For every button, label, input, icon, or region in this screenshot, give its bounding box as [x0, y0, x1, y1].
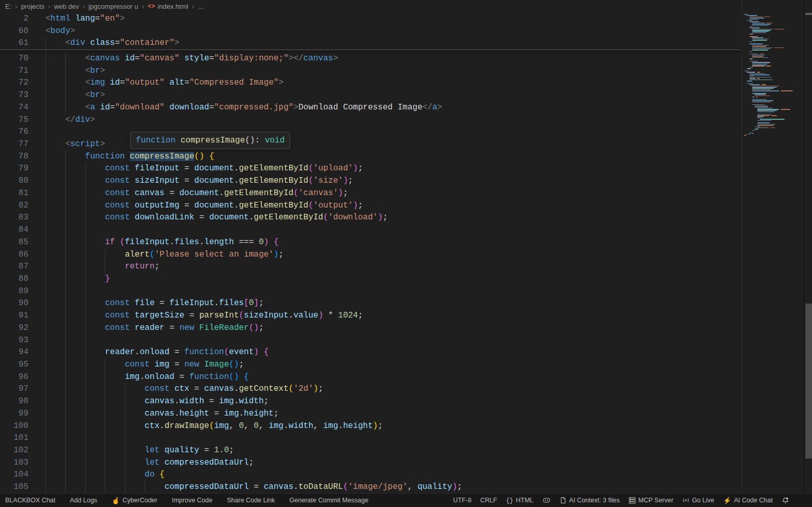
code-line-71[interactable]: 71 <br> [0, 65, 741, 77]
line-number[interactable]: 71 [0, 65, 28, 77]
line-number[interactable]: 101 [0, 432, 28, 445]
breadcrumb-item-e-[interactable]: E: [5, 3, 11, 10]
code-line-73[interactable]: 73 <br> [0, 89, 741, 102]
statusbar-item-notifications[interactable] [782, 497, 789, 504]
code-line-99[interactable]: 99 canvas.height = img.height; [0, 408, 741, 420]
line-number[interactable]: 84 [0, 224, 28, 236]
line-number[interactable]: 95 [0, 359, 28, 371]
line-number[interactable]: 80 [0, 175, 28, 187]
code-line-91[interactable]: 91 const targetSize = parseInt(sizeInput… [0, 310, 741, 322]
line-number[interactable]: 99 [0, 408, 28, 420]
code-line-87[interactable]: 87 return; [0, 261, 741, 273]
breadcrumb-item-projects[interactable]: projects [21, 3, 45, 10]
vertical-scrollbar[interactable] [804, 0, 812, 493]
code-line-92[interactable]: 92 const reader = new FileReader(); [0, 322, 741, 335]
statusbar-item-share-code-link[interactable]: Share Code Link [227, 497, 275, 504]
statusbar-item-eol[interactable]: CRLF [480, 497, 497, 504]
line-number[interactable]: 92 [0, 322, 28, 335]
statusbar-item-go-live[interactable]: Go Live [682, 497, 714, 504]
statusbar-item-generate-commit-message[interactable]: Generate Commit Message [289, 497, 368, 504]
code-line-81[interactable]: 81 const canvas = document.getElementByI… [0, 187, 741, 200]
line-number[interactable]: 77 [0, 138, 28, 151]
breadcrumb-item-web-dev[interactable]: web dev [54, 3, 79, 10]
code-line-77[interactable]: 77 <script> [0, 138, 741, 151]
code-line-97[interactable]: 97 const ctx = canvas.getContext('2d'); [0, 383, 741, 395]
line-number[interactable]: 75 [0, 114, 28, 126]
code-line-84[interactable]: 84 [0, 224, 741, 236]
statusbar-item-improve-code[interactable]: Improve Code [172, 497, 213, 504]
line-number[interactable]: 98 [0, 395, 28, 408]
code-line-104[interactable]: 104 do { [0, 469, 741, 481]
code-line-74[interactable]: 74 <a id="download" download="compressed… [0, 102, 741, 114]
statusbar-item-language-mode[interactable]: {}HTML [506, 497, 533, 504]
statusbar-item-blackbox-chat[interactable]: BLACKBOX Chat [5, 497, 55, 504]
line-number[interactable]: 96 [0, 371, 28, 384]
code-line-78[interactable]: 78 function compressImage() { [0, 151, 741, 163]
code-line-103[interactable]: 103 let compressedDataUrl; [0, 457, 741, 469]
code-line-2[interactable]: 2<html lang="en"> [0, 13, 741, 25]
line-number[interactable]: 86 [0, 249, 28, 261]
code-line-76[interactable]: 76 [0, 126, 741, 138]
line-number[interactable]: 76 [0, 126, 28, 138]
line-number[interactable]: 105 [0, 481, 28, 493]
code-line-70[interactable]: 70 <canvas id="canvas" style="display:no… [0, 53, 741, 65]
statusbar-item-ai-code-chat[interactable]: ⚡AI Code Chat [723, 497, 773, 504]
statusbar-item-cybercoder[interactable]: ☝CyberCoder [112, 497, 158, 504]
line-number[interactable]: 88 [0, 273, 28, 286]
statusbar-item-encoding[interactable]: UTF-8 [453, 497, 471, 504]
line-number[interactable]: 97 [0, 383, 28, 395]
breadcrumb-item--[interactable]: ... [198, 3, 204, 10]
code-line-101[interactable]: 101 [0, 432, 741, 445]
statusbar-item-add-logs[interactable]: Add Logs [70, 497, 97, 504]
code-line-90[interactable]: 90 const file = fileInput.files[0]; [0, 297, 741, 310]
line-number[interactable]: 70 [0, 53, 28, 65]
code-line-79[interactable]: 79 const fileInput = document.getElement… [0, 163, 741, 175]
line-number[interactable]: 93 [0, 335, 28, 347]
code-line-83[interactable]: 83 const downloadLink = document.getElem… [0, 212, 741, 224]
code-line-60[interactable]: 60<body> [0, 25, 741, 38]
line-number[interactable]: 83 [0, 212, 28, 224]
code-line-89[interactable]: 89 [0, 286, 741, 298]
line-number[interactable]: 91 [0, 310, 28, 322]
code-line-86[interactable]: 86 alert('Please select an image'); [0, 249, 741, 261]
line-number[interactable]: 85 [0, 236, 28, 249]
line-number[interactable]: 102 [0, 445, 28, 457]
line-number[interactable]: 94 [0, 346, 28, 359]
code-line-94[interactable]: 94 reader.onload = function(event) { [0, 346, 741, 359]
breadcrumb-item-jpgcompressor-u[interactable]: jpgcompressor u [88, 3, 138, 10]
code-line-88[interactable]: 88 } [0, 273, 741, 286]
line-number[interactable]: 90 [0, 297, 28, 310]
code-line-61[interactable]: 61 <div class="container"> [0, 37, 741, 50]
code-editor[interactable]: 70 <canvas id="canvas" style="display:no… [0, 50, 741, 493]
line-number[interactable]: 74 [0, 102, 28, 114]
line-number[interactable]: 89 [0, 286, 28, 298]
code-line-72[interactable]: 72 <img id="output" alt="Compressed Imag… [0, 77, 741, 89]
line-number[interactable]: 73 [0, 89, 28, 102]
line-number[interactable]: 104 [0, 469, 28, 481]
code-line-82[interactable]: 82 const outputImg = document.getElement… [0, 200, 741, 212]
code-line-102[interactable]: 102 let quality = 1.0; [0, 445, 741, 457]
line-number[interactable]: 82 [0, 200, 28, 212]
line-number[interactable]: 61 [0, 37, 28, 50]
line-number[interactable]: 81 [0, 187, 28, 200]
code-line-105[interactable]: 105 compressedDataUrl = canvas.toDataURL… [0, 481, 741, 493]
statusbar-item-ai-context[interactable]: AI Context: 3 files [559, 497, 620, 504]
code-line-85[interactable]: 85 if (fileInput.files.length === 0) { [0, 236, 741, 249]
line-number[interactable]: 78 [0, 151, 28, 163]
line-number[interactable]: 103 [0, 457, 28, 469]
statusbar-item-mcp-server[interactable]: MCP Server [629, 497, 674, 504]
code-line-100[interactable]: 100 ctx.drawImage(img, 0, 0, img.width, … [0, 420, 741, 433]
line-number[interactable]: 87 [0, 261, 28, 273]
line-number[interactable]: 72 [0, 77, 28, 89]
line-number[interactable]: 79 [0, 163, 28, 175]
line-number[interactable]: 60 [0, 25, 28, 38]
code-line-95[interactable]: 95 const img = new Image(); [0, 359, 741, 371]
code-line-75[interactable]: 75 </div> [0, 114, 741, 126]
minimap[interactable] [742, 0, 799, 493]
statusbar-item-copilot[interactable] [542, 497, 551, 504]
line-number[interactable]: 2 [0, 13, 28, 25]
code-line-96[interactable]: 96 img.onload = function() { [0, 371, 741, 384]
line-number[interactable]: 100 [0, 420, 28, 433]
code-line-93[interactable]: 93 [0, 335, 741, 347]
code-line-98[interactable]: 98 canvas.width = img.width; [0, 395, 741, 408]
